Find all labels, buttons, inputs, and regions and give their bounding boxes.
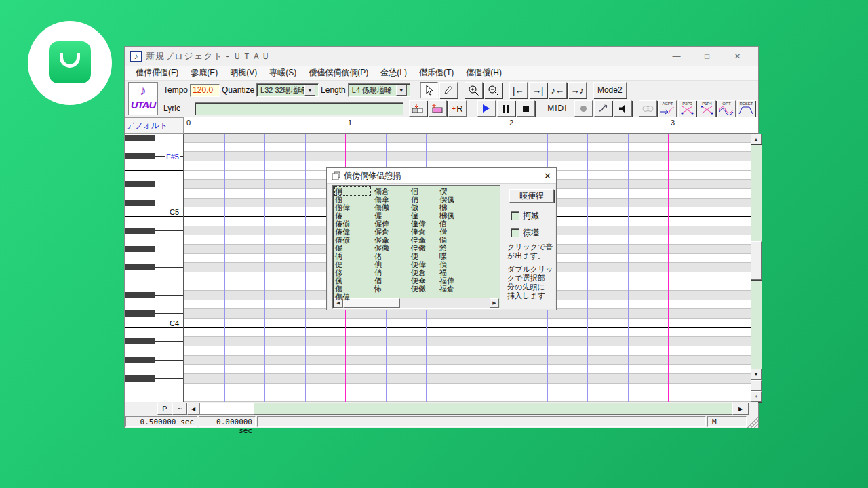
kana-item[interactable]: 偖 bbox=[374, 252, 389, 260]
kana-item[interactable]: 偓偉 bbox=[374, 220, 389, 228]
grid-row[interactable] bbox=[184, 384, 751, 392]
black-key[interactable] bbox=[125, 374, 184, 384]
black-key-cap[interactable] bbox=[125, 228, 155, 234]
white-key[interactable] bbox=[125, 272, 184, 281]
pencil-tool-button[interactable] bbox=[439, 82, 458, 98]
kana-item[interactable]: 偍 bbox=[335, 260, 370, 268]
checkbox-icon[interactable] bbox=[511, 211, 519, 220]
go-end-button[interactable]: →| bbox=[529, 82, 547, 98]
kana-item[interactable]: 俏 bbox=[374, 268, 389, 277]
menu-item[interactable]: 専嵈(S) bbox=[263, 66, 302, 80]
dialog-close-icon[interactable]: ✕ bbox=[544, 171, 551, 181]
measure-ruler[interactable]: 0123 bbox=[184, 117, 758, 134]
kana-item[interactable]: 便傘 bbox=[411, 277, 426, 285]
black-key[interactable] bbox=[125, 291, 184, 300]
white-key[interactable] bbox=[125, 328, 184, 337]
horizontal-scroll-thumb[interactable] bbox=[254, 403, 732, 415]
menu-item[interactable]: 曑廘(E) bbox=[184, 66, 224, 80]
track-name-header[interactable]: デフォルト bbox=[125, 117, 184, 134]
minimize-button[interactable]: — bbox=[661, 47, 692, 65]
kana-item[interactable]: 便 bbox=[411, 252, 426, 260]
insert-lyric-button[interactable] bbox=[409, 100, 427, 117]
kana-item[interactable]: 傷僘 bbox=[374, 203, 389, 211]
zoom-out-button[interactable] bbox=[484, 82, 502, 98]
grid-row[interactable] bbox=[184, 346, 751, 356]
length-select[interactable]: L4 係暘壒晞 ▼ bbox=[348, 83, 410, 97]
kana-item[interactable]: 傷傘 bbox=[374, 195, 389, 203]
prev-note-button[interactable]: ♪← bbox=[549, 82, 567, 98]
mode2-button[interactable]: Mode2 bbox=[593, 82, 627, 98]
grid-row[interactable] bbox=[184, 319, 751, 328]
menu-item[interactable]: 僣乕儖(T) bbox=[413, 66, 460, 80]
black-key[interactable] bbox=[125, 226, 184, 235]
black-key[interactable] bbox=[125, 245, 184, 254]
dialog-checkbox-2[interactable]: 徖壒 bbox=[511, 227, 539, 239]
menu-item[interactable]: 僼傽僀儖(F) bbox=[130, 66, 184, 80]
record-button[interactable] bbox=[574, 100, 593, 117]
white-key[interactable] bbox=[125, 217, 184, 226]
grid-row[interactable] bbox=[184, 134, 751, 143]
grid-row[interactable] bbox=[184, 356, 751, 365]
black-key-cap[interactable] bbox=[125, 246, 155, 252]
kana-item[interactable]: 偟僘 bbox=[411, 244, 426, 252]
white-key[interactable] bbox=[125, 235, 184, 245]
grid-row[interactable] bbox=[184, 309, 751, 319]
white-key[interactable] bbox=[125, 189, 184, 199]
kana-item[interactable]: 福 bbox=[439, 268, 454, 277]
quantize-select[interactable]: L32 32暘壒晞 ▼ bbox=[256, 83, 319, 97]
tempo-input[interactable] bbox=[190, 84, 220, 97]
white-key[interactable] bbox=[125, 281, 184, 291]
menu-item[interactable]: 昞椀(V) bbox=[224, 66, 263, 80]
kana-item[interactable]: 傷偉 bbox=[335, 293, 370, 301]
menu-item[interactable]: 金恷(L) bbox=[374, 66, 413, 80]
kana-item[interactable]: 便倉 bbox=[411, 268, 426, 277]
kana-item[interactable]: 佪 bbox=[411, 187, 426, 195]
white-key[interactable] bbox=[125, 384, 184, 392]
kana-item[interactable]: 偟倉 bbox=[411, 228, 426, 236]
kana-item[interactable]: 僧 bbox=[439, 228, 454, 236]
white-key[interactable] bbox=[125, 300, 184, 309]
grid-row[interactable] bbox=[184, 143, 751, 152]
speaker-button[interactable] bbox=[614, 100, 632, 117]
stop-button[interactable] bbox=[517, 100, 535, 117]
kana-item[interactable]: 福倉 bbox=[439, 285, 454, 293]
black-key[interactable] bbox=[125, 263, 184, 272]
dialog-action-button[interactable]: 暎便徎 bbox=[509, 189, 554, 203]
pitch-curve-button[interactable] bbox=[594, 100, 612, 117]
white-key[interactable] bbox=[125, 161, 184, 171]
kana-item[interactable]: 偁 bbox=[335, 187, 370, 195]
kana-item[interactable]: 偆偉 bbox=[335, 228, 370, 236]
grid-row[interactable] bbox=[184, 328, 751, 337]
zoom-v-minus-button[interactable]: − bbox=[751, 380, 762, 391]
checkbox-icon[interactable] bbox=[511, 228, 519, 237]
pitch-tool-p1p4-button[interactable]: P1P4 bbox=[698, 100, 716, 117]
menu-item[interactable]: 僿儖僾(H) bbox=[460, 66, 508, 80]
black-key-cap[interactable] bbox=[125, 153, 155, 159]
black-key[interactable] bbox=[125, 356, 184, 365]
kana-item[interactable]: 偰偑 bbox=[439, 195, 454, 203]
white-key[interactable] bbox=[125, 346, 184, 356]
black-key[interactable] bbox=[125, 199, 184, 207]
kana-item[interactable]: 俏 bbox=[411, 195, 426, 203]
resize-grip[interactable] bbox=[747, 417, 758, 428]
grid-row[interactable] bbox=[184, 374, 751, 384]
kana-item[interactable]: 傷倉 bbox=[374, 187, 389, 195]
pitch-tool-opt-button[interactable]: OPT bbox=[717, 100, 736, 117]
pitch-tool-acpt-button[interactable]: ACPT bbox=[658, 100, 677, 117]
scroll-left-button[interactable]: ◀ bbox=[187, 403, 199, 415]
zoom-v-plus-button[interactable]: ＋ bbox=[751, 391, 762, 402]
pause-button[interactable] bbox=[497, 100, 515, 117]
grid-row[interactable] bbox=[184, 392, 751, 402]
black-key-cap[interactable] bbox=[125, 200, 155, 206]
kana-item[interactable]: 福偉 bbox=[439, 277, 454, 285]
black-key-cap[interactable] bbox=[125, 181, 155, 187]
go-start-button[interactable]: |← bbox=[509, 82, 528, 98]
black-key-cap[interactable] bbox=[125, 375, 155, 382]
black-key[interactable] bbox=[125, 337, 184, 346]
kana-item[interactable]: 偐 bbox=[335, 268, 370, 277]
kana-item[interactable]: 偰 bbox=[439, 187, 454, 195]
scroll-down-button[interactable]: ▼ bbox=[751, 369, 762, 380]
menu-item[interactable]: 僾儘僕僃僋僩(P) bbox=[302, 66, 374, 80]
dialog-scroll-right-button[interactable]: ▶ bbox=[490, 298, 499, 308]
kana-list[interactable]: ◀ ▶ 偁偂偂偉偆偆偂偆偉偆偐偈偊偍偐偑傷傷偉傷倉傷傘傷僘偓偓偉偓倉偓傘偓僘偖倎… bbox=[332, 185, 500, 309]
